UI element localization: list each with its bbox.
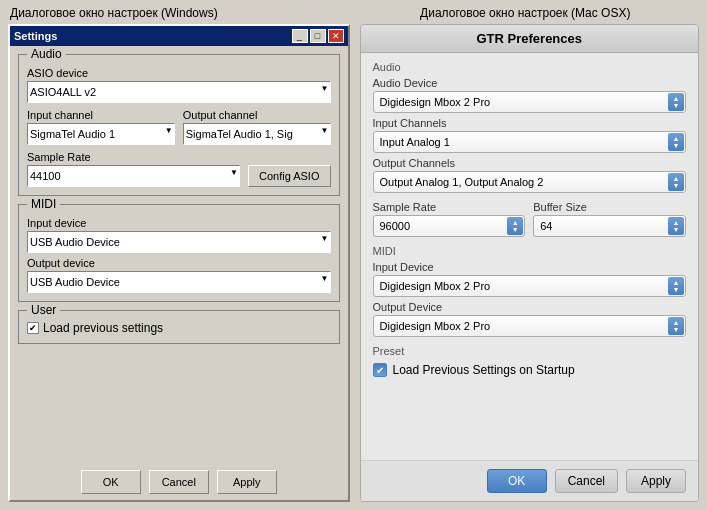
win-midi-group: MIDI Input device USB Audio Device Outpu… — [18, 204, 340, 302]
win-titlebar: Settings _ □ ✕ — [10, 26, 348, 46]
mac-output-channels-container: Output Analog 1, Output Analog 2 ▲▼ — [373, 171, 687, 193]
win-controls: _ □ ✕ — [292, 29, 344, 43]
mac-input-channels-label: Input Channels — [373, 117, 687, 129]
mac-audio-section: Audio — [373, 61, 687, 73]
mac-sample-rate-select[interactable]: 96000 — [373, 215, 526, 237]
win-cancel-btn[interactable]: Cancel — [149, 470, 209, 494]
win-config-asio-btn[interactable]: Config ASIO — [248, 165, 331, 187]
mac-titlebar: GTR Preferences — [361, 25, 699, 53]
mac-body: Audio Audio Device Digidesign Mbox 2 Pro… — [361, 53, 699, 460]
windows-panel: Settings _ □ ✕ Audio ASIO device ASIO4AL… — [8, 24, 350, 502]
mac-ok-btn[interactable]: OK — [487, 469, 547, 493]
win-title-text: Settings — [14, 30, 57, 42]
win-sample-rate-select[interactable]: 44100 — [27, 165, 240, 187]
win-sample-rate-label: Sample Rate — [27, 151, 240, 163]
win-close-btn[interactable]: ✕ — [328, 29, 344, 43]
win-output-channel-select[interactable]: SigmaTel Audio 1, Sig — [183, 123, 331, 145]
mac-cancel-btn[interactable]: Cancel — [555, 469, 618, 493]
mac-audio-device-select[interactable]: Digidesign Mbox 2 Pro — [373, 91, 687, 113]
mac-panel: GTR Preferences Audio Audio Device Digid… — [360, 24, 700, 502]
win-input-channel-container: SigmaTel Audio 1 — [27, 123, 175, 145]
mac-audio-device-container: Digidesign Mbox 2 Pro ▲▼ — [373, 91, 687, 113]
win-ok-btn[interactable]: OK — [81, 470, 141, 494]
mac-audio-device-label: Audio Device — [373, 77, 687, 89]
mac-load-prev-checkbox[interactable]: ✔ — [373, 363, 387, 377]
mac-buffer-size-select[interactable]: 64 — [533, 215, 686, 237]
win-asio-container: ASIO4ALL v2 — [27, 81, 331, 103]
mac-output-channels-label: Output Channels — [373, 157, 687, 169]
mac-sample-rate-label: Sample Rate — [373, 201, 526, 213]
mac-input-channels-select[interactable]: Input Analog 1 — [373, 131, 687, 153]
win-load-prev-label: Load previous settings — [43, 321, 163, 335]
win-input-channel-select[interactable]: SigmaTel Audio 1 — [27, 123, 175, 145]
win-output-channel-container: SigmaTel Audio 1, Sig — [183, 123, 331, 145]
mac-buffer-size-container: 64 ▲▼ — [533, 215, 686, 237]
win-panel-label: Диалоговое окно настроек (Windows) — [10, 6, 354, 20]
mac-apply-btn[interactable]: Apply — [626, 469, 686, 493]
mac-preset-section: Preset — [373, 345, 687, 357]
mac-midi-output-select[interactable]: Digidesign Mbox 2 Pro — [373, 315, 687, 337]
mac-load-prev-row: ✔ Load Previous Settings on Startup — [373, 363, 687, 377]
win-midi-input-select[interactable]: USB Audio Device — [27, 231, 331, 253]
mac-title-text: GTR Preferences — [477, 31, 583, 46]
win-asio-label: ASIO device — [27, 67, 331, 79]
win-midi-group-label: MIDI — [27, 197, 60, 211]
mac-load-prev-label: Load Previous Settings on Startup — [393, 363, 575, 377]
mac-buffer-size-label: Buffer Size — [533, 201, 686, 213]
mac-sample-rate-container: 96000 ▲▼ — [373, 215, 526, 237]
win-asio-select[interactable]: ASIO4ALL v2 — [27, 81, 331, 103]
win-audio-group-label: Audio — [27, 47, 66, 61]
win-midi-output-container: USB Audio Device — [27, 271, 331, 293]
win-midi-output-select[interactable]: USB Audio Device — [27, 271, 331, 293]
win-user-group-label: User — [27, 303, 60, 317]
mac-output-channels-select[interactable]: Output Analog 1, Output Analog 2 — [373, 171, 687, 193]
mac-bottom-buttons: OK Cancel Apply — [361, 460, 699, 501]
win-midi-input-label: Input device — [27, 217, 331, 229]
win-apply-btn[interactable]: Apply — [217, 470, 277, 494]
win-sample-rate-container: 44100 — [27, 165, 240, 187]
mac-midi-input-container: Digidesign Mbox 2 Pro ▲▼ — [373, 275, 687, 297]
win-load-prev-checkbox[interactable]: ✔ — [27, 322, 39, 334]
mac-midi-input-select[interactable]: Digidesign Mbox 2 Pro — [373, 275, 687, 297]
mac-midi-input-label: Input Device — [373, 261, 687, 273]
win-bottom-buttons: OK Cancel Apply — [10, 464, 348, 500]
win-user-group: User ✔ Load previous settings — [18, 310, 340, 344]
win-minimize-btn[interactable]: _ — [292, 29, 308, 43]
win-input-channel-label: Input channel — [27, 109, 175, 121]
win-output-channel-label: Output channel — [183, 109, 331, 121]
mac-midi-section: MIDI — [373, 245, 687, 257]
win-midi-output-label: Output device — [27, 257, 331, 269]
mac-midi-output-container: Digidesign Mbox 2 Pro ▲▼ — [373, 315, 687, 337]
mac-panel-label: Диалоговое окно настроек (Mac OSX) — [354, 6, 698, 20]
mac-midi-output-label: Output Device — [373, 301, 687, 313]
win-maximize-btn[interactable]: □ — [310, 29, 326, 43]
win-load-prev-row: ✔ Load previous settings — [27, 321, 331, 335]
win-audio-group: Audio ASIO device ASIO4ALL v2 Input chan… — [18, 54, 340, 196]
win-midi-input-container: USB Audio Device — [27, 231, 331, 253]
mac-input-channels-container: Input Analog 1 ▲▼ — [373, 131, 687, 153]
